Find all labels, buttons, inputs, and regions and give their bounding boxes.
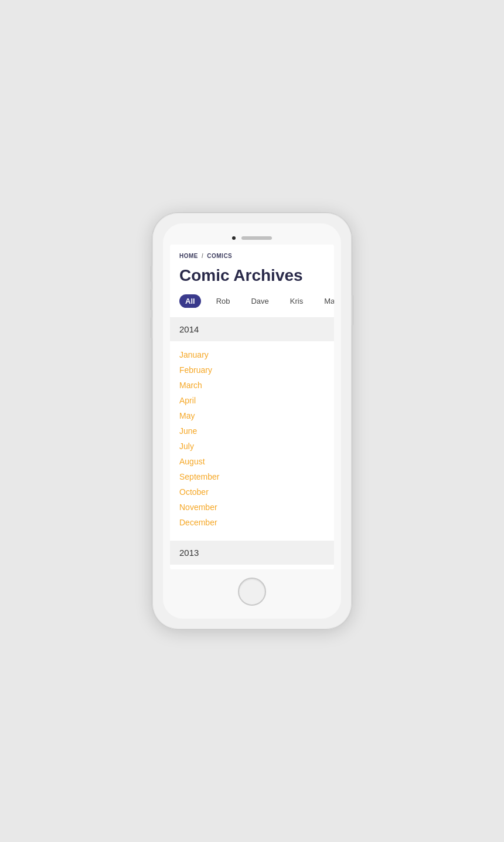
month-link-september[interactable]: September [179, 469, 325, 484]
breadcrumb-home[interactable]: HOME [179, 253, 198, 259]
filter-tab-dave[interactable]: Dave [245, 294, 274, 308]
year-header-2014: 2014 [170, 317, 334, 341]
month-link-july[interactable]: July [179, 439, 325, 454]
month-link-june[interactable]: June [179, 423, 325, 439]
month-link-october[interactable]: October [179, 484, 325, 500]
camera-dot [232, 236, 236, 240]
phone-top-bar [170, 230, 334, 245]
volume-up-button [150, 289, 152, 310]
month-link-november[interactable]: November [179, 500, 325, 515]
month-list-2014: JanuaryFebruaryMarchAprilMayJuneJulyAugu… [170, 341, 334, 536]
page-title: Comic Archives [170, 264, 334, 294]
filter-tabs: AllRobDaveKrisMatt [170, 294, 334, 317]
month-link-december[interactable]: December [179, 515, 325, 530]
year-section-2013: 2013 [170, 541, 334, 565]
breadcrumb-current: COMICS [207, 253, 232, 259]
phone-body: HOME / COMICS Comic Archives AllRobDaveK… [163, 223, 341, 619]
year-header-2013: 2013 [170, 541, 334, 565]
month-link-january[interactable]: January [179, 347, 325, 362]
filter-tab-rob[interactable]: Rob [210, 294, 236, 308]
phone-screen: HOME / COMICS Comic Archives AllRobDaveK… [170, 245, 334, 569]
phone-frame: HOME / COMICS Comic Archives AllRobDaveK… [152, 213, 352, 629]
month-link-february[interactable]: February [179, 362, 325, 378]
filter-tab-kris[interactable]: Kris [284, 294, 309, 308]
filter-tab-all[interactable]: All [179, 294, 201, 308]
volume-down-button [150, 317, 152, 338]
year-section-2014: 2014JanuaryFebruaryMarchAprilMayJuneJuly… [170, 317, 334, 536]
month-link-april[interactable]: April [179, 393, 325, 408]
filter-tab-matt[interactable]: Matt [318, 294, 334, 308]
speaker-grille [241, 236, 272, 240]
breadcrumb: HOME / COMICS [170, 245, 334, 264]
month-link-august[interactable]: August [179, 454, 325, 469]
archives-container: 2014JanuaryFebruaryMarchAprilMayJuneJuly… [170, 317, 334, 565]
breadcrumb-separator: / [202, 253, 203, 259]
home-button[interactable] [238, 578, 266, 606]
month-link-may[interactable]: May [179, 408, 325, 423]
home-area [170, 569, 334, 612]
power-button [352, 295, 354, 325]
volume-mute-button [150, 266, 152, 282]
month-link-march[interactable]: March [179, 378, 325, 393]
